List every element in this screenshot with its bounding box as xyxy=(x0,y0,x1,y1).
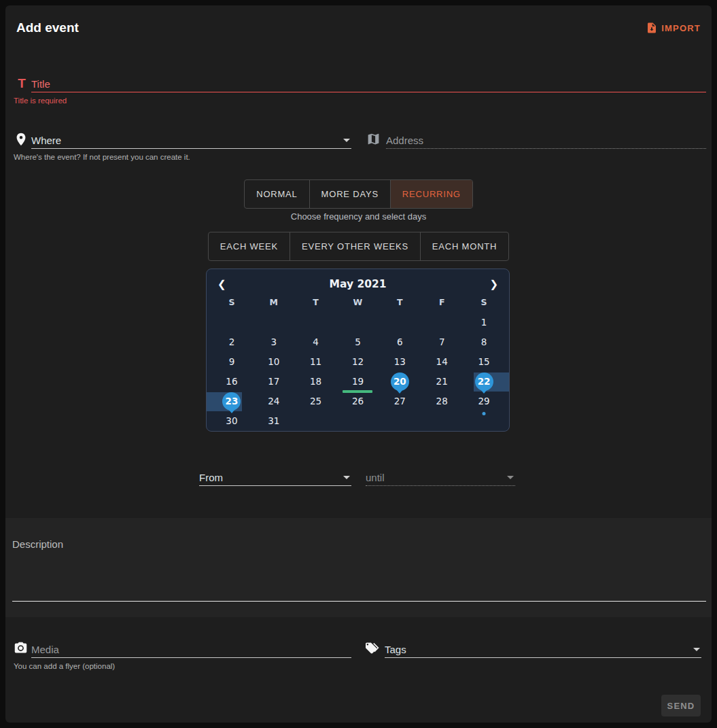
where-helper: Where's the event? If not present you ca… xyxy=(14,153,351,161)
calendar-day-10[interactable]: 10 xyxy=(253,352,295,372)
day-number: 31 xyxy=(264,412,283,430)
chevron-down-icon xyxy=(343,139,350,142)
empty-cell xyxy=(337,313,379,332)
calendar-week-row: 3031 xyxy=(211,411,505,431)
calendar-day-12[interactable]: 12 xyxy=(337,352,379,372)
from-select[interactable]: From xyxy=(199,469,351,486)
frequency-each-week[interactable]: EACH WEEK xyxy=(209,232,290,260)
calendar-day-6[interactable]: 6 xyxy=(379,332,421,352)
from-placeholder: From xyxy=(199,472,343,483)
description-input[interactable] xyxy=(12,518,706,602)
calendar-day-30[interactable]: 30 xyxy=(211,411,253,431)
day-number: 3 xyxy=(264,333,283,351)
empty-cell xyxy=(295,313,337,332)
calendar-day-20[interactable]: 20 xyxy=(379,372,421,392)
calendar-grid: 1234567891011121314151617181920212223242… xyxy=(211,313,505,431)
calendar-day-21[interactable]: 21 xyxy=(421,372,463,392)
import-button[interactable]: IMPORT xyxy=(646,22,701,34)
day-number: 7 xyxy=(433,333,451,351)
add-event-dialog: Add event IMPORT T Title is required Whe… xyxy=(5,5,712,723)
day-number: 26 xyxy=(349,392,367,411)
calendar-day-11[interactable]: 11 xyxy=(295,352,337,372)
from-field: From xyxy=(199,469,351,486)
calendar-day-2[interactable]: 2 xyxy=(211,332,253,352)
tags-field: Tags xyxy=(366,641,701,658)
title-input[interactable] xyxy=(31,78,706,90)
tab-more-days[interactable]: MORE DAYS xyxy=(309,180,390,208)
until-field: until xyxy=(366,469,515,486)
day-number: 12 xyxy=(349,353,367,371)
calendar-day-22[interactable]: 22 xyxy=(463,372,505,392)
calendar-next-button[interactable]: ❯ xyxy=(489,279,498,290)
calendar-day-3[interactable]: 3 xyxy=(253,332,295,352)
file-import-icon xyxy=(646,22,658,34)
frequency-options: EACH WEEKEVERY OTHER WEEKSEACH MONTH xyxy=(208,232,510,261)
media-helper: You can add a flyer (optional) xyxy=(14,662,351,670)
tab-recurring[interactable]: RECURRING xyxy=(390,180,472,208)
calendar-day-27[interactable]: 27 xyxy=(379,392,421,411)
calendar-day-19[interactable]: 19 xyxy=(337,372,379,392)
empty-cell xyxy=(379,313,421,332)
day-number: 11 xyxy=(307,353,325,371)
frequency-every-other-weeks[interactable]: EVERY OTHER WEEKS xyxy=(290,232,420,260)
calendar-day-17[interactable]: 17 xyxy=(253,372,295,392)
calendar-day-1[interactable]: 1 xyxy=(463,313,505,332)
until-select[interactable]: until xyxy=(366,469,515,486)
calendar-day-13[interactable]: 13 xyxy=(379,352,421,372)
day-number: 23 xyxy=(222,392,241,411)
calendar-day-8[interactable]: 8 xyxy=(463,332,505,352)
media-field: You can add a flyer (optional) xyxy=(14,641,351,670)
until-placeholder: until xyxy=(366,472,507,483)
day-number: 6 xyxy=(391,333,409,351)
import-label: IMPORT xyxy=(661,23,701,33)
day-number: 9 xyxy=(222,353,241,371)
calendar-prev-button[interactable]: ❮ xyxy=(217,279,226,290)
calendar-day-29[interactable]: 29 xyxy=(463,392,505,411)
day-header: M xyxy=(253,297,295,307)
title-icon: T xyxy=(14,75,30,92)
calendar-day-18[interactable]: 18 xyxy=(295,372,337,392)
calendar-day-23[interactable]: 23 xyxy=(211,392,253,411)
empty-cell xyxy=(211,313,253,332)
calendar-day-31[interactable]: 31 xyxy=(253,411,295,431)
calendar-day-4[interactable]: 4 xyxy=(295,332,337,352)
frequency-hint: Choose frequency and select days xyxy=(5,211,712,222)
tab-normal[interactable]: NORMAL xyxy=(245,180,309,208)
calendar-day-15[interactable]: 15 xyxy=(463,352,505,372)
map-icon xyxy=(366,132,383,148)
camera-icon xyxy=(14,641,30,657)
where-select[interactable]: Where xyxy=(31,132,351,149)
send-button[interactable]: SEND xyxy=(661,695,701,716)
calendar-day-16[interactable]: 16 xyxy=(211,372,253,392)
calendar-day-24[interactable]: 24 xyxy=(253,392,295,411)
calendar-day-25[interactable]: 25 xyxy=(295,392,337,411)
calendar-day-5[interactable]: 5 xyxy=(337,332,379,352)
empty-cell xyxy=(421,313,463,332)
day-number: 4 xyxy=(307,333,325,351)
day-number: 27 xyxy=(391,392,409,411)
day-number: 14 xyxy=(433,353,451,371)
calendar-day-28[interactable]: 28 xyxy=(421,392,463,411)
tags-select[interactable]: Tags xyxy=(385,641,701,658)
day-number: 2 xyxy=(222,333,241,351)
day-number: 24 xyxy=(264,392,283,411)
calendar-day-9[interactable]: 9 xyxy=(211,352,253,372)
day-header: S xyxy=(211,297,253,307)
where-placeholder: Where xyxy=(31,135,343,146)
calendar-week-row: 1 xyxy=(211,313,505,332)
address-input[interactable] xyxy=(386,135,706,146)
day-header: T xyxy=(295,297,337,307)
calendar: ❮ May 2021 ❯ SMTWTFS 1234567891011121314… xyxy=(206,268,510,432)
calendar-day-26[interactable]: 26 xyxy=(337,392,379,411)
empty-cell xyxy=(253,313,295,332)
day-number: 10 xyxy=(264,353,283,371)
address-field xyxy=(366,132,706,149)
day-number: 5 xyxy=(349,333,367,351)
day-header: F xyxy=(421,297,463,307)
calendar-day-14[interactable]: 14 xyxy=(421,352,463,372)
calendar-day-7[interactable]: 7 xyxy=(421,332,463,352)
media-input[interactable] xyxy=(31,644,351,655)
title-field: T Title is required xyxy=(14,75,706,105)
mode-tabs: NORMALMORE DAYSRECURRING xyxy=(244,179,473,209)
frequency-each-month[interactable]: EACH MONTH xyxy=(420,232,508,260)
